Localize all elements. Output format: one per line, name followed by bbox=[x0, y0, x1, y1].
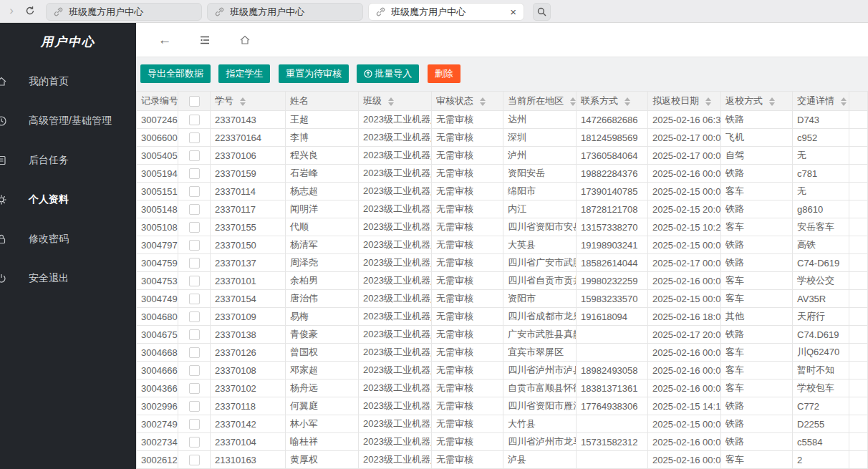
table-row: 300467523370138青俊豪2023级工业机器人无需审核广安市武胜县真静… bbox=[137, 326, 868, 344]
forward-icon[interactable]: › bbox=[4, 0, 19, 23]
home-icon[interactable] bbox=[238, 33, 252, 47]
browser-tab-2[interactable]: 班级魔方用户中心 bbox=[207, 3, 363, 21]
row-checkbox[interactable] bbox=[189, 186, 200, 197]
transport-detail-cell: 高铁 bbox=[793, 236, 849, 254]
student-id-cell: 23370117 bbox=[211, 200, 286, 218]
sort-icon[interactable] bbox=[240, 97, 246, 106]
row-checkbox[interactable] bbox=[189, 311, 200, 322]
class-cell: 2023级工业机器人 bbox=[359, 433, 432, 451]
row-checkbox[interactable] bbox=[189, 276, 200, 286]
row-checkbox[interactable] bbox=[189, 150, 200, 161]
return-date-cell: 2025-02-16 00:00 bbox=[648, 344, 721, 362]
contact-cell: 15983233570 bbox=[577, 290, 648, 308]
reset-pending-button[interactable]: 重置为待审核 bbox=[279, 64, 349, 83]
row-checkbox[interactable] bbox=[189, 115, 200, 125]
sidebar-item-tasks[interactable]: 后台任务 bbox=[0, 140, 136, 180]
row-checkbox-cell bbox=[178, 236, 211, 254]
record-id-cell: 3004366 bbox=[137, 379, 178, 397]
back-arrow-icon[interactable]: ← bbox=[158, 33, 172, 47]
record-id-cell: 3005405 bbox=[137, 147, 178, 165]
name-cell: 余柏男 bbox=[286, 272, 359, 290]
collapse-sidebar-icon[interactable] bbox=[198, 33, 212, 47]
extra-cell bbox=[849, 379, 868, 397]
return-date-cell: 2025-02-15 20:00 bbox=[648, 200, 721, 218]
row-checkbox[interactable] bbox=[189, 401, 200, 412]
status-cell: 无需审核 bbox=[432, 451, 503, 469]
contact-cell: 191618094 bbox=[577, 308, 648, 326]
row-checkbox[interactable] bbox=[189, 437, 200, 448]
contact-cell: 13157338270 bbox=[577, 218, 648, 236]
region-cell: 四川省自贡市贡井 bbox=[503, 272, 577, 290]
record-id-cell: 3004680 bbox=[137, 308, 178, 326]
sidebar-item-management[interactable]: 高级管理/基础管理 bbox=[0, 101, 136, 140]
transport-detail-cell: 学校公交 bbox=[793, 272, 849, 290]
transport-detail-cell: 无 bbox=[793, 183, 849, 200]
name-cell: 邓家超 bbox=[286, 362, 359, 379]
return-method-cell: 铁路 bbox=[721, 165, 793, 183]
status-cell: 无需审核 bbox=[432, 272, 503, 290]
record-id-cell: 3002734 bbox=[137, 433, 178, 451]
column-header: 姓名 bbox=[286, 92, 359, 111]
class-cell: 2023级工业机器人 bbox=[359, 183, 432, 200]
row-checkbox[interactable] bbox=[189, 347, 200, 358]
student-id-cell: 23370109 bbox=[211, 308, 286, 326]
column-header: 审核状态 bbox=[432, 92, 503, 111]
region-cell: 泸州 bbox=[503, 147, 577, 165]
sort-icon[interactable] bbox=[388, 97, 394, 106]
sidebar-item-logout[interactable]: 安全退出 bbox=[0, 258, 136, 298]
sort-icon[interactable] bbox=[480, 97, 486, 106]
status-cell: 无需审核 bbox=[432, 379, 503, 397]
delete-button[interactable]: 删除 bbox=[428, 64, 460, 83]
row-checkbox[interactable] bbox=[189, 222, 200, 233]
row-checkbox[interactable] bbox=[189, 294, 200, 304]
close-icon[interactable]: × bbox=[510, 6, 516, 17]
refresh-icon[interactable] bbox=[23, 0, 37, 23]
row-checkbox[interactable] bbox=[189, 204, 200, 215]
sort-icon[interactable] bbox=[570, 97, 576, 106]
return-date-cell: 2025-02-15 14:15 bbox=[648, 397, 721, 415]
sort-icon[interactable] bbox=[841, 97, 847, 106]
region-cell: 绵阳市 bbox=[503, 183, 577, 200]
student-id-cell: 23370106 bbox=[211, 147, 286, 165]
row-checkbox[interactable] bbox=[189, 258, 200, 269]
export-all-button[interactable]: 导出全部数据 bbox=[140, 64, 211, 83]
sort-icon[interactable] bbox=[625, 97, 630, 106]
batch-import-button[interactable]: 批量导入 bbox=[357, 64, 419, 83]
row-checkbox-cell bbox=[178, 344, 211, 362]
row-checkbox[interactable] bbox=[189, 329, 200, 340]
browser-tab-3-active[interactable]: 班级魔方用户中心 × bbox=[368, 3, 524, 21]
return-date-cell: 2025-02-15 00:00 bbox=[648, 415, 721, 433]
table-row: 300479723370150杨清军2023级工业机器人无需审核大英县19198… bbox=[137, 236, 868, 254]
tab-search-button[interactable] bbox=[533, 3, 551, 21]
row-checkbox[interactable] bbox=[189, 383, 200, 394]
class-cell: 2023级工业机器人 bbox=[359, 415, 432, 433]
select-all-checkbox[interactable] bbox=[189, 96, 200, 107]
assign-student-button[interactable]: 指定学生 bbox=[218, 64, 270, 83]
student-id-cell: 23370150 bbox=[211, 236, 286, 254]
sort-icon[interactable] bbox=[769, 97, 775, 106]
record-id-cell: 3005108 bbox=[137, 218, 178, 236]
row-checkbox[interactable] bbox=[189, 419, 200, 430]
return-date-cell: 2025-02-17 00:00 bbox=[648, 147, 721, 165]
return-date-cell: 2025-02-15 10:23 bbox=[648, 218, 721, 236]
return-date-cell: 2025-02-15 00:00 bbox=[648, 236, 721, 254]
row-checkbox[interactable] bbox=[189, 168, 200, 179]
home-icon bbox=[0, 76, 7, 87]
sort-icon[interactable] bbox=[705, 97, 711, 106]
row-checkbox[interactable] bbox=[189, 132, 200, 143]
row-checkbox[interactable] bbox=[189, 365, 200, 376]
extra-cell bbox=[849, 308, 868, 326]
table-row: 300436623370102杨舟远2023级工业机器人无需审核自贡市富顺县怀德… bbox=[137, 379, 868, 397]
sidebar-item-password[interactable]: 修改密码 bbox=[0, 219, 136, 258]
sidebar-item-profile[interactable]: 个人资料 bbox=[0, 180, 136, 219]
return-method-cell: 客车 bbox=[721, 272, 793, 290]
browser-tab-bar: › 班级魔方用户中心 班级魔方用户中心 bbox=[0, 0, 868, 23]
contact-cell: 15731582312 bbox=[577, 433, 648, 451]
sidebar-item-home[interactable]: 我的首页 bbox=[0, 62, 136, 101]
name-cell: 杨志超 bbox=[286, 183, 359, 200]
browser-tab-1[interactable]: 班级魔方用户中心 bbox=[46, 3, 202, 21]
status-cell: 无需审核 bbox=[432, 111, 503, 129]
student-id-cell: 23370137 bbox=[211, 254, 286, 272]
row-checkbox[interactable] bbox=[189, 240, 200, 251]
row-checkbox[interactable] bbox=[189, 455, 200, 465]
